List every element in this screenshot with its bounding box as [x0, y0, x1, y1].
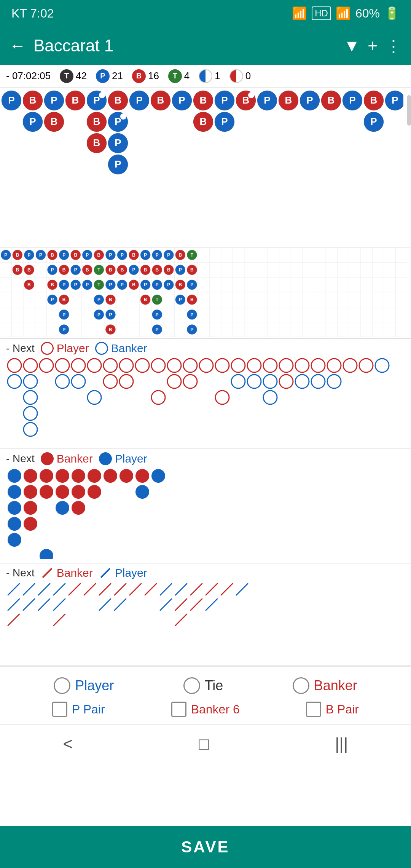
ppair-icon	[199, 69, 212, 83]
banker-radio-circle[interactable]	[293, 677, 309, 694]
battery-icon: 🔋	[384, 6, 400, 21]
bpair-checkbox-sq[interactable]	[306, 702, 321, 717]
nav-home-button[interactable]: □	[199, 734, 209, 753]
bpair-label: B Pair	[326, 702, 359, 716]
banker-legend: Banker	[95, 342, 147, 355]
scrollbar[interactable]	[407, 95, 411, 126]
tie-radio-label: Tie	[205, 678, 223, 694]
cockroach-road-label: - Next Banker Player	[6, 566, 405, 579]
banker-radio-label: Banker	[314, 678, 357, 694]
player-count: 21	[112, 70, 123, 82]
bottom-controls: Player Tie Banker P Pair Banker 6 B Pair	[0, 666, 411, 724]
banker6-checkbox[interactable]: Banker 6	[171, 702, 240, 717]
total-stat: T 42	[60, 69, 87, 83]
bpair-checkbox[interactable]: B Pair	[306, 702, 359, 717]
player-legend-filled: Player	[99, 452, 147, 465]
signal-icon: 📶	[336, 6, 351, 21]
banker-stat: B 16	[132, 69, 159, 83]
tie-icon: T	[168, 69, 182, 83]
ppair-label: P Pair	[72, 702, 105, 716]
banker-legend-slash: Banker	[41, 566, 93, 579]
tie-radio-circle[interactable]	[183, 677, 200, 694]
banker6-checkbox-sq[interactable]	[171, 702, 186, 717]
banker-legend-filled: Banker	[41, 452, 93, 465]
banker-icon: B	[132, 69, 146, 83]
tie-radio[interactable]: Tie	[183, 677, 223, 694]
player-radio-label: Player	[75, 678, 114, 694]
hd-badge: HD	[312, 6, 331, 20]
tie-stat: T 4	[168, 69, 190, 83]
add-button[interactable]: +	[368, 36, 378, 55]
banker6-label: Banker 6	[191, 702, 240, 716]
player-legend-slash: Player	[99, 566, 147, 579]
small-road-section: - Next Banker Player	[0, 449, 411, 563]
wifi-icon: 📶	[292, 6, 307, 21]
bead-road-section	[0, 88, 411, 247]
stats-row: - 07:02:05 T 42 P 21 B 16 T 4 1 0	[0, 65, 411, 88]
ppair-checkbox[interactable]: P Pair	[52, 702, 105, 717]
dropdown-button[interactable]: ▼	[344, 36, 360, 55]
big-road-section	[0, 247, 411, 339]
nav-recents-button[interactable]: |||	[335, 734, 348, 753]
radio-row: Player Tie Banker	[19, 677, 392, 694]
status-right: 📶 HD 📶 60% 🔋	[292, 6, 400, 21]
player-legend: Player	[41, 342, 89, 355]
total-icon: T	[60, 69, 73, 83]
bpair-stat: 0	[229, 69, 251, 83]
player-legend-circle	[41, 342, 54, 355]
app-title: Baccarat 1	[33, 36, 336, 55]
big-eye-road-label: - Next Player Banker	[6, 342, 405, 355]
back-button[interactable]: ←	[9, 36, 26, 55]
ppair-checkbox-sq[interactable]	[52, 702, 67, 717]
tie-count: 4	[184, 70, 190, 82]
nav-back-button[interactable]: <	[63, 734, 73, 753]
status-time: KT 7:02	[11, 6, 54, 21]
checkbox-row: P Pair Banker 6 B Pair	[19, 702, 392, 717]
stats-time: - 07:02:05	[6, 70, 51, 82]
status-bar: KT 7:02 📶 HD 📶 60% 🔋	[0, 0, 411, 27]
ppair-count: 1	[215, 70, 220, 82]
ppair-stat: 1	[199, 69, 220, 83]
big-eye-road-section: - Next Player Banker	[0, 339, 411, 449]
small-road-label: - Next Banker Player	[6, 452, 405, 465]
cockroach-road-section: - Next Banker Player	[0, 563, 411, 666]
battery-text: 60%	[355, 6, 380, 21]
player-radio-circle[interactable]	[54, 677, 70, 694]
bpair-icon	[229, 69, 243, 83]
app-bar: ← Baccarat 1 ▼ + ⋮	[0, 27, 411, 65]
player-radio[interactable]: Player	[54, 677, 114, 694]
player-icon: P	[96, 69, 110, 83]
save-button[interactable]: SAVE	[0, 826, 411, 868]
banker-count: 16	[148, 70, 159, 82]
banker-radio[interactable]: Banker	[293, 677, 357, 694]
nav-bar: < □ |||	[0, 724, 411, 763]
total-count: 42	[76, 70, 87, 82]
menu-button[interactable]: ⋮	[385, 36, 402, 56]
player-stat: P 21	[96, 69, 123, 83]
banker-legend-circle	[95, 342, 108, 355]
bpair-count: 0	[245, 70, 251, 82]
